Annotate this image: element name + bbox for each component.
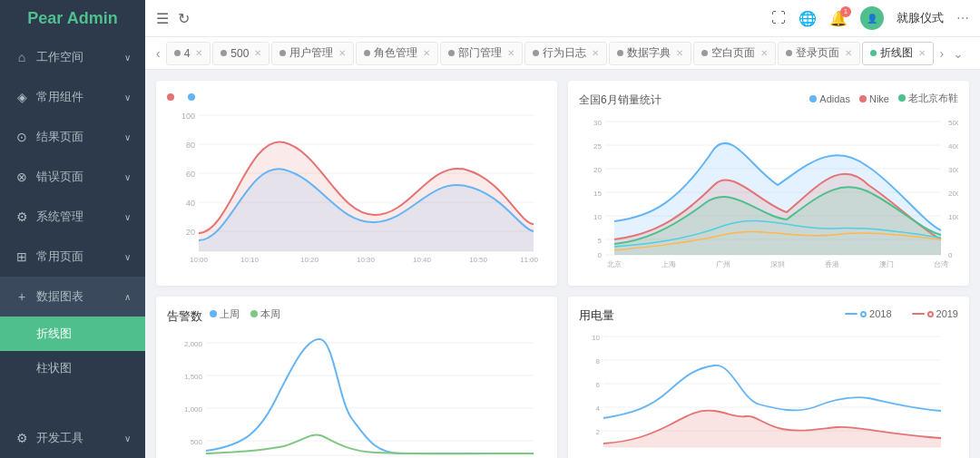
components-icon: ◈ <box>15 90 29 104</box>
sidebar-item-components[interactable]: ◈ 常用组件 ∨ <box>0 77 145 117</box>
tab-close-icon[interactable]: ✕ <box>592 48 599 58</box>
tab-label: 行为日志 <box>543 45 586 61</box>
sidebar-label: 工作空间 <box>36 49 83 65</box>
chart3-title: 告警数 <box>167 308 202 325</box>
legend-2019: 2019 <box>936 308 958 319</box>
svg-text:台湾: 台湾 <box>934 260 948 268</box>
sidebar-subitem-bar[interactable]: 柱状图 <box>0 351 145 385</box>
svg-text:北京: 北京 <box>607 260 622 268</box>
tab-500[interactable]: 500 ✕ <box>212 42 270 65</box>
sidebar-subitem-label: 柱状图 <box>36 360 72 376</box>
svg-text:10:00: 10:00 <box>190 256 209 264</box>
chart4-title: 用电量 <box>579 307 614 324</box>
bell-icon[interactable]: 🔔 1 <box>829 10 848 27</box>
sidebar-label: 系统管理 <box>36 209 83 225</box>
notification-badge: 1 <box>840 6 851 17</box>
header-right: ⛶ 🌐 🔔 1 👤 就腺仪式 ⋯ <box>771 6 969 30</box>
tab-line-chart[interactable]: 折线图 ✕ <box>862 42 934 65</box>
tab-close-icon[interactable]: ✕ <box>254 48 261 58</box>
svg-text:0: 0 <box>948 251 953 259</box>
chevron-up-icon: ∧ <box>124 292 131 302</box>
tab-4[interactable]: 4 ✕ <box>166 42 211 65</box>
line-chart-3: 2,000 1,500 1,000 500 <box>167 328 546 458</box>
chevron-down-icon: ∨ <box>124 172 131 182</box>
svg-text:10:20: 10:20 <box>300 256 319 264</box>
sidebar-subitem-label: 折线图 <box>36 326 72 342</box>
tab-login[interactable]: 登录页面 ✕ <box>778 42 860 65</box>
tab-close-icon[interactable]: ✕ <box>338 48 346 58</box>
fullscreen-icon[interactable]: ⛶ <box>771 10 786 26</box>
menu-icon[interactable]: ☰ <box>156 10 169 27</box>
tab-close-icon[interactable]: ✕ <box>918 48 926 58</box>
tab-close-icon[interactable]: ✕ <box>845 48 852 58</box>
tab-label: 部门管理 <box>458 45 502 61</box>
tab-dot <box>364 50 370 56</box>
sidebar-item-results[interactable]: ⊙ 结果页面 ∨ <box>0 117 145 157</box>
svg-text:500: 500 <box>948 119 958 127</box>
tab-data-dict[interactable]: 数据字典 ✕ <box>609 42 691 65</box>
chart-card-3: 告警数 上周 本周 2,000 1,500 1,000 500 <box>156 297 557 458</box>
tab-close-icon[interactable]: ✕ <box>423 48 430 58</box>
tab-close-icon[interactable]: ✕ <box>507 48 514 58</box>
logo-text: Pear Admin <box>27 9 117 28</box>
legend-this-week: 本周 <box>260 308 280 319</box>
sidebar-item-devtools[interactable]: ⚙ 开发工具 ∨ <box>0 418 145 458</box>
sidebar-label: 开发工具 <box>36 430 83 446</box>
svg-text:澳门: 澳门 <box>879 260 894 268</box>
svg-text:400: 400 <box>948 142 958 151</box>
chart-card-2: 全国6月销量统计 Adidas Nike 老北京布鞋 30 25 20 15 1… <box>568 81 969 286</box>
svg-text:6: 6 <box>596 381 601 389</box>
tab-close-icon[interactable]: ✕ <box>195 48 202 58</box>
tab-label: 4 <box>184 47 191 60</box>
svg-text:30: 30 <box>593 119 602 127</box>
content-area: 100 80 60 40 20 <box>145 70 980 458</box>
gear-icon: ⚙ <box>15 210 29 224</box>
sidebar-item-errors[interactable]: ⊗ 错误页面 ∨ <box>0 157 145 197</box>
tab-close-icon[interactable]: ✕ <box>676 48 683 58</box>
chart-card-4: 用电量 2018 2019 10 8 6 <box>568 297 969 458</box>
svg-text:8: 8 <box>596 357 601 365</box>
sidebar: Pear Admin ⌂ 工作空间 ∨ ◈ 常用组件 ∨ ⊙ 结果页面 ∨ ⊗ … <box>0 0 145 458</box>
tab-role-mgmt[interactable]: 角色管理 ✕ <box>356 42 438 65</box>
tab-dot <box>220 50 227 56</box>
chevron-down-icon: ∨ <box>124 93 131 102</box>
svg-text:11:00: 11:00 <box>520 256 539 264</box>
svg-text:200: 200 <box>948 190 958 198</box>
legend-shoes: 老北京布鞋 <box>908 93 958 103</box>
chart-card-1: 100 80 60 40 20 <box>156 81 557 286</box>
tab-behavior-log[interactable]: 行为日志 ✕ <box>524 42 607 65</box>
tab-menu-btn[interactable]: ⌄ <box>949 46 967 61</box>
chevron-down-icon: ∨ <box>124 132 131 142</box>
sidebar-subitem-line[interactable]: 折线图 <box>0 317 145 351</box>
chevron-down-icon: ∨ <box>124 252 131 262</box>
main-content: ☰ ↻ ⛶ 🌐 🔔 1 👤 就腺仪式 ⋯ ‹ 4 ✕ 500 ✕ <box>145 0 980 458</box>
chevron-down-icon: ∨ <box>124 434 131 443</box>
tab-dept-mgmt[interactable]: 部门管理 ✕ <box>440 42 523 65</box>
svg-text:1,500: 1,500 <box>184 373 203 381</box>
tabbar: ‹ 4 ✕ 500 ✕ 用户管理 ✕ 角色管理 ✕ 部门管理 ✕ 行为日 <box>145 37 980 70</box>
sidebar-item-pages[interactable]: ⊞ 常用页面 ∨ <box>0 237 145 277</box>
refresh-icon[interactable]: ↻ <box>178 10 190 27</box>
sidebar-item-workspace[interactable]: ⌂ 工作空间 ∨ <box>0 37 145 77</box>
svg-text:20: 20 <box>593 166 602 174</box>
sidebar-item-system[interactable]: ⚙ 系统管理 ∨ <box>0 197 145 237</box>
tab-next-btn[interactable]: › <box>936 46 947 61</box>
tab-user-mgmt[interactable]: 用户管理 ✕ <box>271 42 354 65</box>
sidebar-item-charts[interactable]: + 数据图表 ∧ <box>0 277 145 317</box>
more-icon[interactable]: ⋯ <box>956 11 969 25</box>
chevron-down-icon: ∨ <box>124 212 131 222</box>
globe-icon[interactable]: 🌐 <box>799 10 817 27</box>
shield-icon: ⊙ <box>15 130 29 144</box>
tab-close-icon[interactable]: ✕ <box>760 48 768 58</box>
line-chart-4: 10 8 6 4 2 <box>579 327 958 458</box>
svg-text:300: 300 <box>948 166 958 174</box>
error-icon: ⊗ <box>15 170 29 184</box>
tab-blank[interactable]: 空白页面 ✕ <box>693 42 776 65</box>
svg-text:10:50: 10:50 <box>469 256 488 264</box>
svg-text:香港: 香港 <box>825 260 839 268</box>
svg-text:广州: 广州 <box>716 260 730 268</box>
svg-text:5: 5 <box>598 237 603 245</box>
tab-label: 数据字典 <box>627 45 671 61</box>
tab-dot <box>786 50 792 56</box>
tab-prev-btn[interactable]: ‹ <box>152 46 164 61</box>
